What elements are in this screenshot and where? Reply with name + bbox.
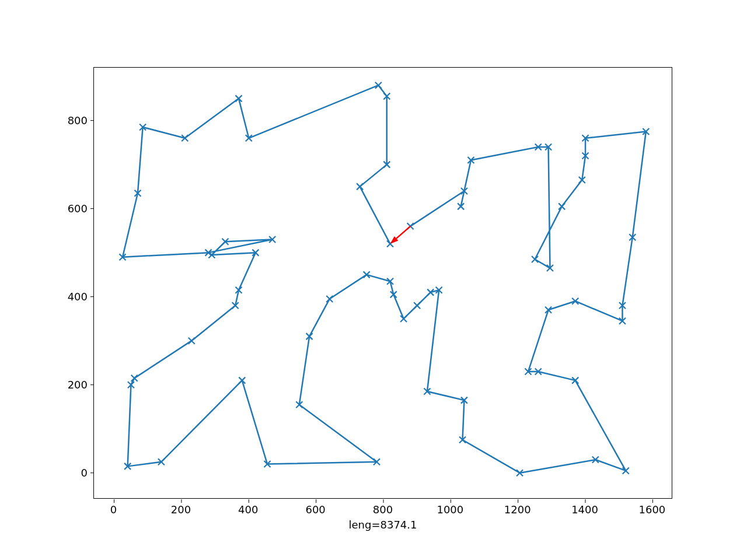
x-tick-label: 1200 — [504, 503, 531, 516]
plot-axes — [93, 67, 672, 499]
data-point-marker — [131, 375, 138, 382]
tour-path — [123, 85, 646, 473]
y-tick-label: 600 — [68, 202, 88, 214]
data-point-marker — [623, 467, 629, 474]
x-tick-label: 1400 — [571, 503, 598, 516]
data-point-marker — [558, 203, 565, 209]
data-point-marker — [189, 338, 195, 344]
data-point-marker — [400, 316, 407, 322]
y-tick-label: 800 — [68, 114, 88, 126]
x-tick-label: 1000 — [437, 503, 463, 516]
x-tick-label: 400 — [238, 503, 258, 516]
y-tick-label: 400 — [68, 290, 88, 302]
data-point-marker — [326, 296, 333, 302]
direction-arrow — [396, 226, 410, 239]
data-point-marker — [357, 183, 363, 190]
plot-svg — [94, 68, 673, 499]
y-tick-label: 0 — [81, 466, 88, 478]
y-tick-label: 200 — [68, 378, 88, 390]
x-tick-label: 1600 — [638, 503, 665, 516]
data-point-marker — [414, 302, 420, 309]
x-tick-label: 600 — [305, 503, 325, 516]
data-point-marker — [375, 82, 382, 89]
figure: leng=8374.1 0200400600800100012001400160… — [0, 0, 747, 560]
x-axis-label: leng=8374.1 — [349, 519, 417, 531]
x-tick-label: 200 — [171, 503, 191, 516]
x-tick-label: 800 — [373, 503, 393, 516]
data-point-marker — [532, 256, 538, 262]
x-tick-label: 0 — [110, 503, 117, 516]
